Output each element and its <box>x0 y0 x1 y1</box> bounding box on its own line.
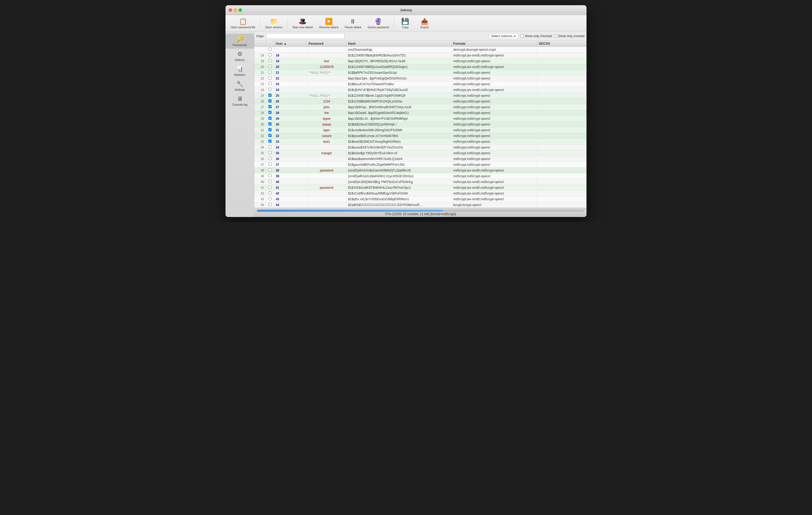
cell-checkbox[interactable] <box>266 122 274 127</box>
cell-checkbox[interactable] <box>266 58 274 64</box>
resume-attack-button[interactable]: ▶️ Resume attack <box>317 17 341 30</box>
sidebar-item-settings[interactable]: 🔧 Settings <box>226 79 254 93</box>
table-row: 4040{smd5}eLB0QWeS$Eg.YfWY8clZuCxF0xNrKg… <box>254 179 586 185</box>
row-checkbox[interactable] <box>268 65 271 68</box>
cell-password: **NULL PASS** <box>307 70 346 75</box>
cell-checkbox[interactable] <box>266 110 274 116</box>
row-checkbox[interactable] <box>268 99 271 102</box>
row-checkbox[interactable] <box>268 48 271 51</box>
cell-checkbox[interactable] <box>266 145 274 150</box>
cell-checkbox[interactable] <box>266 116 274 122</box>
content-area: Filter Select columns ▼ Show only checke… <box>254 32 586 217</box>
sidebar-item-console-log[interactable]: 🖥 Console log <box>226 93 254 108</box>
cell-checkbox[interactable] <box>266 93 274 98</box>
row-checkbox[interactable] <box>268 191 271 194</box>
cell-checkbox[interactable] <box>266 104 274 110</box>
cell-checkbox[interactable] <box>266 173 274 179</box>
cell-checkbox[interactable] <box>266 190 274 196</box>
export-button[interactable]: 📤 Export <box>415 17 434 30</box>
row-checkbox[interactable] <box>268 134 271 137</box>
row-checkbox[interactable] <box>268 76 271 80</box>
cell-num: 35 <box>254 150 266 156</box>
sidebar-item-statistics[interactable]: 📊 Statistics <box>226 63 254 79</box>
row-checkbox[interactable] <box>268 174 271 177</box>
sidebar-item-options[interactable]: ⚙ Options <box>226 49 254 63</box>
progress-bar-fill <box>257 210 443 212</box>
open-password-button[interactable]: 📋 Open password file <box>228 17 258 30</box>
cell-checkbox[interactable] <box>266 47 274 53</box>
cell-checkbox[interactable] <box>266 168 274 173</box>
cell-checkbox[interactable] <box>266 98 274 104</box>
close-button[interactable] <box>229 8 232 12</box>
col-header-user[interactable]: User ▲ <box>274 41 307 47</box>
cell-checkbox[interactable] <box>266 70 274 75</box>
row-checkbox[interactable] <box>268 140 271 143</box>
row-checkbox[interactable] <box>268 169 271 172</box>
cell-checkbox[interactable] <box>266 150 274 156</box>
row-checkbox[interactable] <box>268 111 271 114</box>
table-row: 2424$1$!@#%^&*$E6hD76/pKTS8qToBCkux30md5… <box>254 87 586 93</box>
cell-checkbox[interactable] <box>266 139 274 145</box>
select-columns-button[interactable]: Select columns ▼ <box>489 33 519 39</box>
cell-gecos <box>537 75 586 81</box>
cell-checkbox[interactable] <box>266 64 274 70</box>
row-checkbox[interactable] <box>268 59 271 62</box>
col-header-gecos[interactable]: GECOS <box>537 41 586 47</box>
row-checkbox[interactable] <box>268 117 271 120</box>
row-checkbox[interactable] <box>268 197 271 200</box>
row-checkbox[interactable] <box>268 82 271 85</box>
row-checkbox[interactable] <box>268 105 271 108</box>
cell-checkbox[interactable] <box>266 202 274 208</box>
row-checkbox[interactable] <box>268 128 271 131</box>
cell-password <box>307 190 346 196</box>
row-checkbox[interactable] <box>268 203 271 206</box>
traffic-lights <box>229 8 242 12</box>
guess-password-button[interactable]: 🔮 Guess password <box>365 17 392 30</box>
copy-button[interactable]: 💾 Copy <box>396 17 414 30</box>
row-checkbox[interactable] <box>268 70 271 74</box>
row-checkbox[interactable] <box>268 53 271 57</box>
settings-icon: 🔧 <box>236 81 243 87</box>
cell-checkbox[interactable] <box>266 196 274 202</box>
cell-checkbox[interactable] <box>266 185 274 190</box>
cell-checkbox[interactable] <box>266 127 274 133</box>
export-label: Export <box>420 26 429 29</box>
show-only-cracked-label[interactable]: Show only cracked <box>554 34 584 38</box>
cell-checkbox[interactable] <box>266 156 274 162</box>
cell-checkbox[interactable] <box>266 179 274 185</box>
row-checkbox[interactable] <box>268 122 271 125</box>
row-checkbox[interactable] <box>268 157 271 160</box>
sidebar-item-passwords[interactable]: 🔑 Passwords <box>226 34 254 49</box>
row-checkbox[interactable] <box>268 180 271 183</box>
row-checkbox[interactable] <box>268 151 271 154</box>
window-title: Johnny <box>400 8 412 12</box>
cell-checkbox[interactable] <box>266 81 274 87</box>
cell-num: 24 <box>254 87 266 93</box>
cell-password: aaaaa <box>307 122 346 127</box>
col-header-password[interactable]: Password <box>307 41 346 47</box>
cell-user: 37 <box>274 162 307 168</box>
show-only-checked-checkbox[interactable] <box>521 34 524 38</box>
cell-checkbox[interactable] <box>266 87 274 93</box>
col-header-hash[interactable]: Hash <box>346 41 452 47</box>
row-checkbox[interactable] <box>268 94 271 97</box>
open-session-button[interactable]: 📁 Open session <box>262 17 285 30</box>
row-checkbox[interactable] <box>268 162 271 166</box>
cell-checkbox[interactable] <box>266 53 274 58</box>
cell-checkbox[interactable] <box>266 133 274 139</box>
pause-attack-button[interactable]: ⏸ Pause attack <box>342 17 364 30</box>
maximize-button[interactable] <box>239 8 242 12</box>
start-attack-button[interactable]: 🎩 Start new attack <box>290 17 316 30</box>
cell-checkbox[interactable] <box>266 162 274 168</box>
password-table-container[interactable]: User ▲ Password Hash Formats GECOS xxx2O… <box>254 41 586 208</box>
minimize-button[interactable] <box>234 8 237 12</box>
resume-attack-label: Resume attack <box>319 26 338 29</box>
filter-input[interactable] <box>266 33 345 39</box>
col-header-formats[interactable]: Formats <box>452 41 537 47</box>
show-only-cracked-checkbox[interactable] <box>554 34 557 38</box>
row-checkbox[interactable] <box>268 145 271 149</box>
show-only-checked-label[interactable]: Show only checked <box>521 34 552 38</box>
row-checkbox[interactable] <box>268 88 271 91</box>
row-checkbox[interactable] <box>268 186 271 189</box>
cell-checkbox[interactable] <box>266 75 274 81</box>
